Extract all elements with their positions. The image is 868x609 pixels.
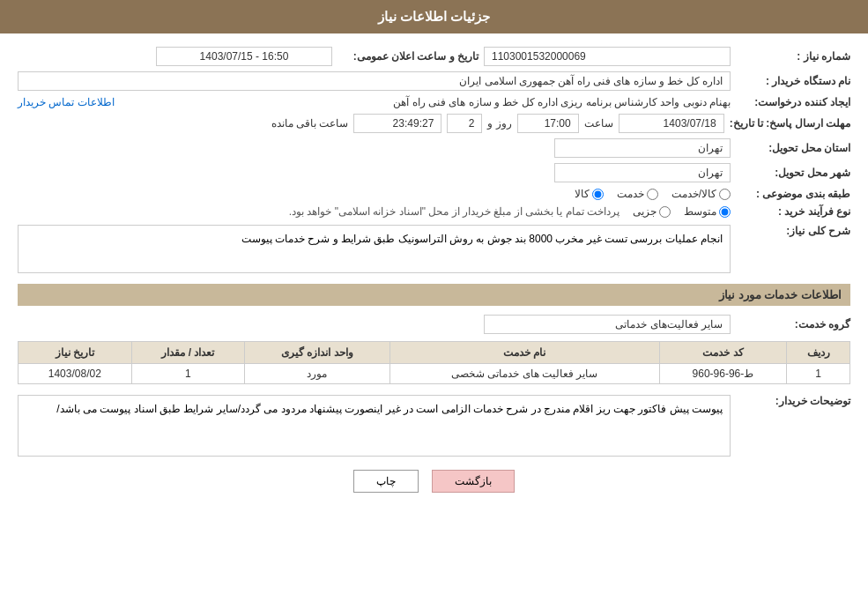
cell-service-name: سایر فعالیت های خدماتی شخصی: [389, 364, 659, 384]
category-option-kala-khedmat: کالا/خدمت: [671, 188, 731, 200]
category-label-khedmat: خدمت: [617, 188, 644, 200]
col-quantity: تعداد / مقدار: [131, 342, 244, 364]
response-date-value: 1403/07/18: [619, 114, 724, 133]
response-remaining-value: 23:49:27: [353, 114, 441, 133]
announcement-datetime-label: تاریخ و ساعت اعلان عمومی:: [338, 50, 479, 63]
button-row: بازگشت چاپ: [18, 470, 850, 493]
services-section-title: اطلاعات خدمات مورد نیاز: [18, 284, 850, 306]
services-section: اطلاعات خدمات مورد نیاز گروه خدمت: سایر …: [18, 284, 850, 384]
purchase-type-option-jozi: جزیی: [633, 205, 671, 218]
creator-contact-link[interactable]: اطلاعات تماس خریدار: [18, 96, 115, 108]
purchase-type-label-motaset: متوسط: [684, 205, 716, 218]
buyer-notes-label: توضیحات خریدار:: [736, 395, 850, 407]
purchase-type-label: نوع فرآیند خرید :: [736, 205, 850, 218]
delivery-province-value: تهران: [554, 138, 731, 158]
creator-row: ایجاد کننده درخواست: بهنام دنوبی واحد کا…: [18, 96, 850, 108]
request-number-row: شماره نیاز : 1103001532000069 تاریخ و سا…: [18, 47, 850, 66]
category-radio-khedmat[interactable]: [647, 189, 658, 200]
time-label: ساعت: [584, 117, 613, 130]
days-label: روز و: [487, 117, 511, 130]
delivery-city-value: تهران: [554, 163, 731, 182]
col-unit: واحد اندازه گیری: [245, 342, 390, 364]
category-radio-kala-khedmat[interactable]: [719, 189, 731, 200]
category-label: طبقه بندی موضوعی :: [736, 188, 850, 200]
general-desc-label: شرح کلی نیاز:: [736, 225, 850, 237]
col-row-number: ردیف: [787, 342, 850, 364]
purchase-type-label-jozi: جزیی: [633, 205, 657, 218]
cell-unit: مورد: [245, 364, 390, 384]
request-number-value: 1103001532000069: [484, 47, 731, 66]
remaining-label: ساعت باقی مانده: [271, 117, 349, 130]
buyer-notes-textarea[interactable]: [18, 395, 731, 457]
general-desc-textarea[interactable]: [18, 225, 731, 273]
buyer-org-row: نام دستگاه خریدار : اداره کل خط و سازه ه…: [18, 71, 850, 91]
service-group-label: گروه خدمت:: [736, 318, 850, 330]
category-radio-group: کالا/خدمت خدمت کالا: [575, 188, 731, 200]
cell-quantity: 1: [131, 364, 244, 384]
creator-value: بهنام دنوبی واحد کارشناس برنامه ریزی ادا…: [118, 96, 731, 108]
services-table: ردیف کد خدمت نام خدمت واحد اندازه گیری ت…: [18, 341, 850, 384]
content-area: شماره نیاز : 1103001532000069 تاریخ و سا…: [0, 33, 868, 519]
print-button[interactable]: چاپ: [353, 470, 419, 493]
response-days-value: 2: [447, 114, 482, 133]
category-radio-kala[interactable]: [592, 189, 604, 200]
back-button[interactable]: بازگشت: [432, 470, 515, 493]
page-title: جزئیات اطلاعات نیاز: [378, 9, 490, 24]
delivery-province-row: استان محل تحویل: تهران: [18, 138, 850, 158]
delivery-city-label: شهر محل تحویل:: [736, 167, 850, 179]
col-service-name: نام خدمت: [389, 342, 659, 364]
category-row: طبقه بندی موضوعی : کالا/خدمت خدمت کالا: [18, 188, 850, 200]
service-group-value: سایر فعالیت‌های خدماتی: [484, 315, 731, 334]
response-time-value: 17:00: [517, 114, 579, 133]
announcement-datetime-value: 1403/07/15 - 16:50: [156, 47, 332, 66]
purchase-type-row: نوع فرآیند خرید : متوسط جزیی پرداخت تمام…: [18, 205, 850, 218]
category-option-khedmat: خدمت: [617, 188, 658, 200]
page-wrapper: جزئیات اطلاعات نیاز شماره نیاز : 1103001…: [0, 0, 868, 609]
creator-label: ایجاد کننده درخواست:: [736, 96, 850, 108]
cell-date: 1403/08/02: [19, 364, 132, 384]
purchase-type-option-motaset: متوسط: [684, 205, 731, 218]
purchase-type-radio-motaset[interactable]: [719, 206, 731, 218]
response-deadline-label: مهلت ارسال پاسخ: تا تاریخ:: [730, 117, 850, 130]
buyer-org-value: اداره کل خط و سازه های فنی راه آهن جمهور…: [18, 71, 731, 91]
purchase-type-radio-jozi[interactable]: [659, 206, 671, 218]
response-deadline-row: مهلت ارسال پاسخ: تا تاریخ: 1403/07/18 سا…: [18, 114, 850, 133]
purchase-type-group: متوسط جزیی پرداخت تمام یا بخشی از مبلغ خ…: [18, 205, 731, 218]
service-group-row: گروه خدمت: سایر فعالیت‌های خدماتی: [18, 315, 850, 334]
table-row: 1 ط-96-96-960 سایر فعالیت های خدماتی شخص…: [19, 364, 850, 384]
category-label-kala-khedmat: کالا/خدمت: [671, 188, 716, 200]
buyer-notes-row: توضیحات خریدار:: [18, 395, 850, 457]
category-label-kala: کالا: [575, 188, 590, 200]
delivery-province-label: استان محل تحویل:: [736, 142, 850, 154]
page-header: جزئیات اطلاعات نیاز: [0, 0, 868, 33]
col-service-code: کد خدمت: [659, 342, 787, 364]
request-number-label: شماره نیاز :: [736, 50, 850, 63]
cell-service-code: ط-96-96-960: [659, 364, 787, 384]
general-desc-row: شرح کلی نیاز:: [18, 225, 850, 273]
buyer-org-label: نام دستگاه خریدار :: [736, 75, 850, 87]
cell-row-number: 1: [787, 364, 850, 384]
purchase-type-note: پرداخت تمام یا بخشی از مبلغ خریدار از مح…: [289, 205, 619, 218]
delivery-city-row: شهر محل تحویل: تهران: [18, 163, 850, 182]
col-date: تاریخ نیاز: [19, 342, 132, 364]
category-option-kala: کالا: [575, 188, 604, 200]
